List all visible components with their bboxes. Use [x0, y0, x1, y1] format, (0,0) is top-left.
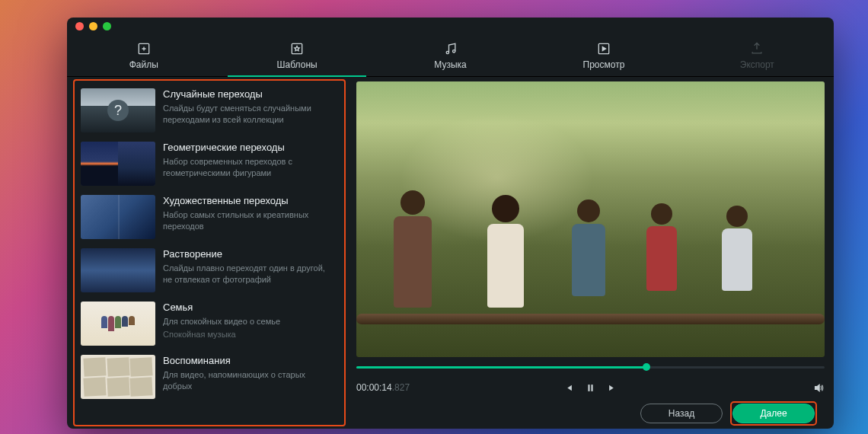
- minimize-window-icon[interactable]: [89, 22, 97, 30]
- tab-export-label: Экспорт: [740, 59, 774, 70]
- template-title: Растворение: [163, 248, 337, 260]
- template-sub: Спокойная музыка: [163, 330, 337, 339]
- volume-icon: [813, 382, 825, 394]
- add-file-icon: [136, 41, 152, 56]
- template-title: Геометрические переходы: [163, 142, 337, 153]
- svg-point-2: [446, 51, 448, 53]
- template-title: Воспоминания: [163, 355, 337, 366]
- play-frame-icon: [596, 41, 611, 56]
- next-button[interactable]: Далее: [732, 404, 815, 423]
- next-frame-button[interactable]: [607, 382, 618, 394]
- template-thumb: [81, 195, 155, 239]
- template-thumb: [81, 355, 155, 399]
- seek-fill: [356, 366, 646, 369]
- wizard-footer: Назад Далее: [356, 398, 825, 429]
- next-frame-icon: [607, 382, 618, 394]
- step-tabs: Файлы Шаблоны Музыка Просмотр Экспорт: [67, 34, 834, 77]
- star-frame-icon: [289, 41, 305, 56]
- app-window: Файлы Шаблоны Музыка Просмотр Экспорт ? …: [67, 18, 834, 429]
- template-item[interactable]: Воспоминания Для видео, напоминающих о с…: [78, 350, 340, 404]
- template-item[interactable]: Геометрические переходы Набор современны…: [78, 137, 340, 190]
- pause-icon: [585, 382, 596, 394]
- svg-rect-5: [588, 385, 589, 391]
- back-button-label: Назад: [669, 408, 694, 419]
- tab-music[interactable]: Музыка: [374, 34, 527, 76]
- template-title: Художественные переходы: [163, 195, 337, 206]
- template-item[interactable]: Растворение Слайды плавно переходят один…: [78, 244, 340, 297]
- tab-preview-label: Просмотр: [583, 59, 625, 70]
- pause-button[interactable]: [585, 382, 596, 394]
- seek-track[interactable]: [356, 366, 825, 369]
- template-item[interactable]: ? Случайные переходы Слайды будут сменят…: [78, 84, 340, 137]
- preview-frame: [356, 81, 825, 357]
- titlebar: [67, 18, 834, 34]
- timeline: [356, 357, 825, 377]
- svg-rect-6: [591, 385, 592, 391]
- back-button[interactable]: Назад: [640, 404, 723, 423]
- template-desc: Для видео, напоминающих о старых добрых: [163, 369, 337, 392]
- time-main: 00:00:14: [356, 382, 392, 393]
- template-desc: Набор самых стильных и креативных перехо…: [163, 209, 337, 232]
- prev-frame-button[interactable]: [563, 382, 574, 394]
- template-thumb: [81, 248, 155, 292]
- template-desc: Набор современных переходов с геометриче…: [163, 156, 337, 179]
- tab-music-label: Музыка: [434, 59, 466, 70]
- tab-export[interactable]: Экспорт: [681, 34, 834, 76]
- tab-files[interactable]: Файлы: [67, 34, 220, 76]
- music-note-icon: [443, 41, 458, 56]
- template-title: Случайные переходы: [163, 88, 337, 100]
- next-button-highlight: Далее: [730, 401, 817, 426]
- template-thumb: [81, 142, 155, 186]
- seek-knob[interactable]: [643, 363, 650, 371]
- video-preview[interactable]: [356, 81, 825, 357]
- templates-scroll[interactable]: ? Случайные переходы Слайды будут сменят…: [75, 81, 344, 425]
- player-controls: 00:00:14.827: [356, 377, 825, 398]
- template-thumb: ?: [81, 88, 155, 132]
- template-desc: Для спокойных видео о семье: [163, 316, 337, 327]
- time-display: 00:00:14.827: [356, 382, 410, 393]
- tab-templates[interactable]: Шаблоны: [220, 34, 373, 76]
- template-item[interactable]: Семья Для спокойных видео о семье Спокой…: [78, 297, 340, 350]
- svg-point-3: [452, 49, 455, 52]
- template-thumb: [81, 302, 155, 346]
- volume-button[interactable]: [813, 382, 825, 394]
- close-window-icon[interactable]: [75, 22, 84, 30]
- template-desc: Слайды будут сменяться случайными перехо…: [163, 103, 337, 126]
- tab-preview[interactable]: Просмотр: [527, 34, 680, 76]
- tab-templates-label: Шаблоны: [277, 59, 318, 70]
- next-button-label: Далее: [760, 408, 787, 419]
- time-ms: .827: [392, 382, 410, 393]
- template-desc: Слайды плавно переходят один в другой, н…: [163, 263, 337, 286]
- tab-files-label: Файлы: [129, 59, 158, 70]
- template-item[interactable]: Художественные переходы Набор самых стил…: [78, 190, 340, 244]
- export-icon: [749, 41, 764, 56]
- template-title: Семья: [163, 302, 337, 313]
- zoom-window-icon[interactable]: [103, 22, 111, 30]
- templates-panel: ? Случайные переходы Слайды будут сменят…: [73, 79, 346, 426]
- prev-frame-icon: [563, 382, 574, 394]
